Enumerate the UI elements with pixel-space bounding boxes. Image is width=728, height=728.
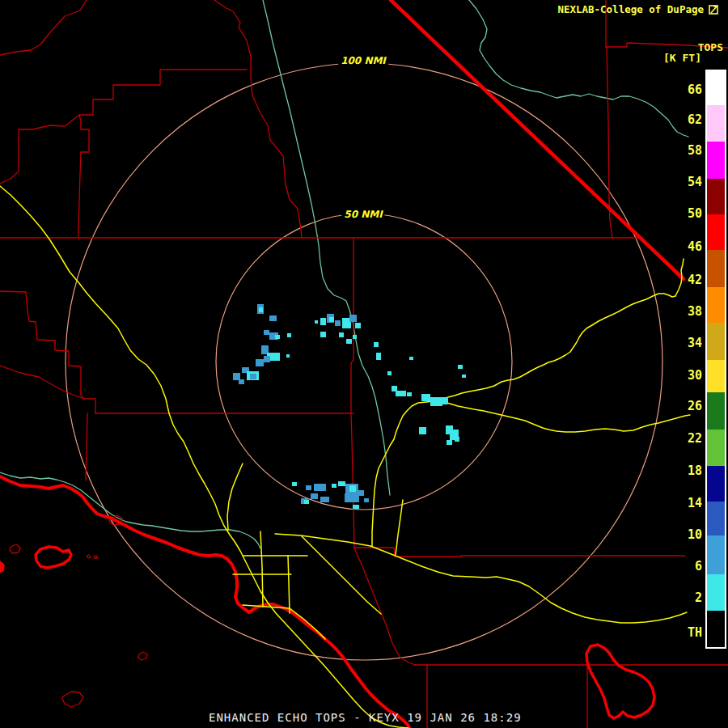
radar-echo-cell xyxy=(269,315,277,321)
radar-echo-cell xyxy=(286,354,290,358)
radar-echo-cell xyxy=(364,498,369,502)
island-outline xyxy=(138,652,147,660)
island-coastline xyxy=(0,562,3,571)
radar-echo-cell xyxy=(396,391,406,396)
radar-echo-cell xyxy=(233,373,240,380)
radar-map xyxy=(0,0,728,728)
cod-logo-icon xyxy=(709,4,718,15)
scale-units: [K FT] xyxy=(663,52,701,64)
radar-echo-cell xyxy=(304,500,309,504)
radar-echo-cell xyxy=(256,359,264,366)
ring-label-100nmi: 100 NMI xyxy=(338,55,388,66)
product-caption: ENHANCED ECHO TOPS - KEYX 19 JAN 26 18:2… xyxy=(209,711,522,724)
highway-line xyxy=(227,463,243,530)
radar-echo-cell xyxy=(358,490,364,496)
radar-echo-cell xyxy=(306,485,311,490)
radar-echo-cell xyxy=(315,320,318,324)
radar-echo-cell xyxy=(332,484,336,488)
radar-echo-cell xyxy=(311,493,318,499)
radar-echo-cell xyxy=(387,371,392,375)
island-outline xyxy=(10,544,20,553)
coastline xyxy=(0,476,409,728)
radar-echo-cell xyxy=(346,339,352,344)
county-boundary xyxy=(0,115,79,184)
radar-echo-cell xyxy=(320,332,326,337)
radar-echo-cell xyxy=(264,356,270,362)
radar-echo-cell xyxy=(339,332,344,337)
radar-echo-cell xyxy=(353,335,357,339)
highway-line xyxy=(396,500,403,555)
radar-echo-cell xyxy=(355,323,361,328)
radar-echo-cell xyxy=(407,392,412,396)
radar-echo-cell xyxy=(374,342,379,347)
county-boundary xyxy=(79,70,247,115)
radar-echo-cell xyxy=(455,437,459,442)
radar-echo-cell xyxy=(345,493,359,502)
radar-echo-cell xyxy=(349,485,356,492)
island-outline xyxy=(62,692,83,707)
radar-echo-cell xyxy=(419,427,426,434)
radar-echo-cell xyxy=(320,318,326,325)
radar-echo-cell xyxy=(287,333,291,337)
highway-line xyxy=(441,294,675,400)
radar-echo-cell xyxy=(264,330,269,335)
radar-echo-cell xyxy=(421,394,430,401)
radar-echo-cell xyxy=(314,484,326,491)
radar-echo-cell xyxy=(292,482,297,486)
county-boundary xyxy=(0,0,87,55)
radar-echo-cell xyxy=(409,357,413,360)
county-boundary xyxy=(78,115,89,237)
highway-line xyxy=(441,401,690,432)
radar-echo-cell xyxy=(353,505,359,509)
radar-echo-cell xyxy=(441,397,448,404)
river-line xyxy=(0,472,260,548)
island-outline xyxy=(87,555,91,558)
county-boundary xyxy=(0,366,84,399)
county-boundary xyxy=(354,548,685,557)
radar-echo-cell xyxy=(430,397,442,406)
county-boundary xyxy=(0,291,95,413)
river-line xyxy=(469,0,688,137)
radar-echo-cell xyxy=(275,335,280,339)
island-coastline xyxy=(36,547,71,568)
radar-echo-cell xyxy=(458,365,463,369)
county-boundary xyxy=(214,0,302,238)
radar-echo-cell xyxy=(392,386,397,392)
island-outline xyxy=(94,556,98,558)
highway-line xyxy=(372,400,441,546)
radar-echo-cell xyxy=(320,497,329,502)
radar-echo-cell xyxy=(250,374,256,379)
state-boundary xyxy=(391,0,684,279)
radar-display: 66625854504642383430262218141062TH NEXLA… xyxy=(0,0,728,728)
scale-title: TOPS xyxy=(698,41,723,53)
radar-echo-cell xyxy=(349,315,357,322)
brand-text: NEXLAB-College of DuPage xyxy=(557,3,704,15)
radar-echo-cell xyxy=(462,375,466,378)
island-coastline xyxy=(586,645,654,718)
radar-echo-cell xyxy=(329,317,334,322)
highway-line xyxy=(288,556,290,613)
highway-line xyxy=(260,531,263,607)
radar-echo-cell xyxy=(338,481,345,486)
ring-label-50nmi: 50 NMI xyxy=(341,209,384,220)
county-boundary xyxy=(354,548,415,665)
highway-line xyxy=(0,186,408,728)
radar-echo-cell xyxy=(447,440,452,445)
radar-echo-cell xyxy=(239,379,244,384)
radar-echo-cell xyxy=(259,307,263,312)
radar-echo-cell xyxy=(335,320,341,326)
radar-echo-cell xyxy=(376,353,381,360)
highway-line xyxy=(275,534,687,623)
